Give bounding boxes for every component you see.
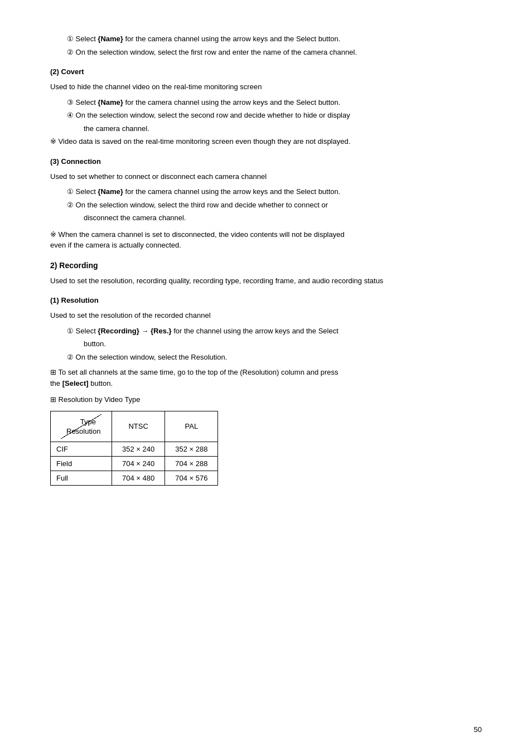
table-row: Full 704 × 480 704 × 576 [51,471,218,485]
covert-section: (2) Covert Used to hide the channel vide… [50,67,482,147]
recording-heading: 2) Recording [50,261,482,270]
table-row-full-label: Full [51,471,112,485]
page-container: ① Select {Name} for the camera channel u… [0,0,532,756]
resolution-section: (1) Resolution Used to set the resolutio… [50,296,482,486]
table-row-field-pal: 704 × 288 [165,456,218,471]
connection-heading: (3) Connection [50,157,482,166]
intro-section: ① Select {Name} for the camera channel u… [50,33,482,57]
table-col-ntsc: NTSC [112,411,165,442]
table-row-field-ntsc: 704 × 240 [112,456,165,471]
page-number: 50 [474,725,482,734]
table-row-cif-pal: 352 × 288 [165,442,218,456]
table-row: CIF 352 × 240 352 × 288 [51,442,218,456]
resolution-description: Used to set the resolution of the record… [50,310,482,321]
table-type-label: Type [80,418,96,426]
covert-step-3: ③ Select {Name} for the camera channel u… [50,97,482,108]
resolution-note1-line2-pre: the [50,379,62,387]
resolution-heading: (1) Resolution [50,296,482,304]
resolution-note1-line2-bold: [Select] [62,379,89,387]
covert-step-4-line2: the camera channel. [50,123,482,134]
resolution-note1: ⊞ To set all channels at the same time, … [50,367,482,389]
resolution-step-2: ② On the selection window, select the Re… [50,352,482,363]
recording-description: Used to set the resolution, recording qu… [50,275,482,287]
connection-step-2-line2: disconnect the camera channel. [50,212,482,224]
table-resolution-label: Resolution [66,427,100,435]
table-row: Field 704 × 240 704 × 288 [51,456,218,471]
resolution-note1-line2-post: button. [89,379,113,387]
intro-step-1: ① Select {Name} for the camera channel u… [50,33,482,45]
table-row-full-pal: 704 × 576 [165,471,218,485]
covert-step-4-line1: ④ On the selection window, select the se… [50,110,482,121]
table-col-pal: PAL [165,411,218,442]
connection-description: Used to set whether to connect or discon… [50,171,482,182]
covert-note: ※ Video data is saved on the real-time m… [50,136,482,147]
connection-note: ※ When the camera channel is set to disc… [50,229,482,251]
intro-step-2: ② On the selection window, select the fi… [50,47,482,58]
connection-step-2-line1: ② On the selection window, select the th… [50,200,482,211]
resolution-step-1-line1: ① Select {Recording} → {Res.} for the ch… [50,326,482,337]
table-diagonal-header: Type Resolution [51,411,112,442]
resolution-step-1-line2: button. [50,338,482,350]
covert-description: Used to hide the channel video on the re… [50,81,482,93]
table-row-field-label: Field [51,456,112,471]
covert-heading: (2) Covert [50,67,482,76]
connection-section: (3) Connection Used to set whether to co… [50,157,482,251]
connection-note-line2: even if the camera is actually connected… [50,241,181,249]
table-row-full-ntsc: 704 × 480 [112,471,165,485]
table-note: ⊞ Resolution by Video Type [50,394,482,405]
table-row-cif-label: CIF [51,442,112,456]
resolution-note1-line1: ⊞ To set all channels at the same time, … [50,368,338,376]
connection-note-line1: ※ When the camera channel is set to disc… [50,230,345,239]
table-row-cif-ntsc: 352 × 240 [112,442,165,456]
resolution-table: Type Resolution NTSC PAL CIF 352 × 240 3… [50,411,218,486]
recording-section: 2) Recording Used to set the resolution,… [50,261,482,287]
connection-step-1: ① Select {Name} for the camera channel u… [50,186,482,197]
